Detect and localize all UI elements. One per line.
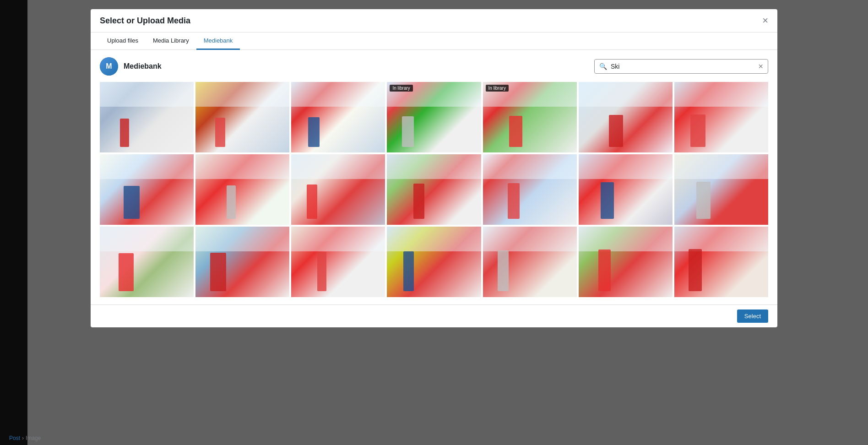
- modal-title: Select or Upload Media: [100, 16, 190, 32]
- grid-item[interactable]: [579, 154, 673, 225]
- select-button[interactable]: Select: [737, 309, 768, 323]
- breadcrumb-separator: ›: [22, 435, 24, 441]
- search-icon: 🔍: [599, 63, 607, 70]
- grid-item[interactable]: [579, 82, 673, 152]
- grid-item[interactable]: [291, 227, 385, 297]
- modal-close-button[interactable]: ×: [762, 16, 768, 32]
- grid-item[interactable]: [291, 82, 385, 152]
- grid-item[interactable]: [483, 154, 577, 225]
- modal-tabs: Upload files Media Library Mediebank: [91, 33, 777, 50]
- grid-item[interactable]: [195, 154, 289, 225]
- grid-item[interactable]: In library: [387, 82, 481, 152]
- tab-upload-files[interactable]: Upload files: [100, 33, 146, 50]
- modal-backdrop: Select or Upload Media × Upload files Me…: [0, 0, 868, 445]
- search-input[interactable]: [611, 63, 754, 70]
- grid-item[interactable]: [387, 154, 481, 225]
- grid-item[interactable]: [674, 154, 768, 225]
- grid-item[interactable]: [100, 227, 194, 297]
- grid-item[interactable]: [291, 154, 385, 225]
- breadcrumb-post-link[interactable]: Post: [9, 435, 20, 441]
- modal-footer: Select: [91, 304, 777, 327]
- grid-item[interactable]: [674, 227, 768, 297]
- modal-body: M Mediebank 🔍 × In libraryIn library: [91, 50, 777, 304]
- image-grid: In libraryIn library: [100, 82, 768, 297]
- grid-item[interactable]: [195, 227, 289, 297]
- in-library-badge: In library: [486, 85, 509, 92]
- grid-item[interactable]: [100, 154, 194, 225]
- tab-mediebank[interactable]: Mediebank: [196, 33, 240, 50]
- search-clear-button[interactable]: ×: [758, 62, 763, 71]
- grid-item[interactable]: [579, 227, 673, 297]
- grid-item[interactable]: [387, 227, 481, 297]
- modal-dialog: Select or Upload Media × Upload files Me…: [91, 9, 777, 327]
- grid-item[interactable]: [195, 82, 289, 152]
- grid-item[interactable]: [674, 82, 768, 152]
- mediebank-avatar: M: [100, 57, 118, 76]
- mediebank-title: Mediebank: [124, 62, 162, 71]
- mediebank-left: M Mediebank: [100, 57, 162, 76]
- grid-item[interactable]: In library: [483, 82, 577, 152]
- in-library-badge: In library: [390, 85, 412, 92]
- mediebank-header: M Mediebank 🔍 ×: [100, 57, 768, 76]
- breadcrumb-image: Image: [26, 435, 41, 441]
- grid-item[interactable]: [483, 227, 577, 297]
- search-bar: 🔍 ×: [594, 59, 768, 74]
- breadcrumb: Post › Image: [9, 435, 41, 441]
- tab-media-library[interactable]: Media Library: [146, 33, 196, 50]
- grid-item[interactable]: [100, 82, 194, 152]
- modal-header: Select or Upload Media ×: [91, 9, 777, 33]
